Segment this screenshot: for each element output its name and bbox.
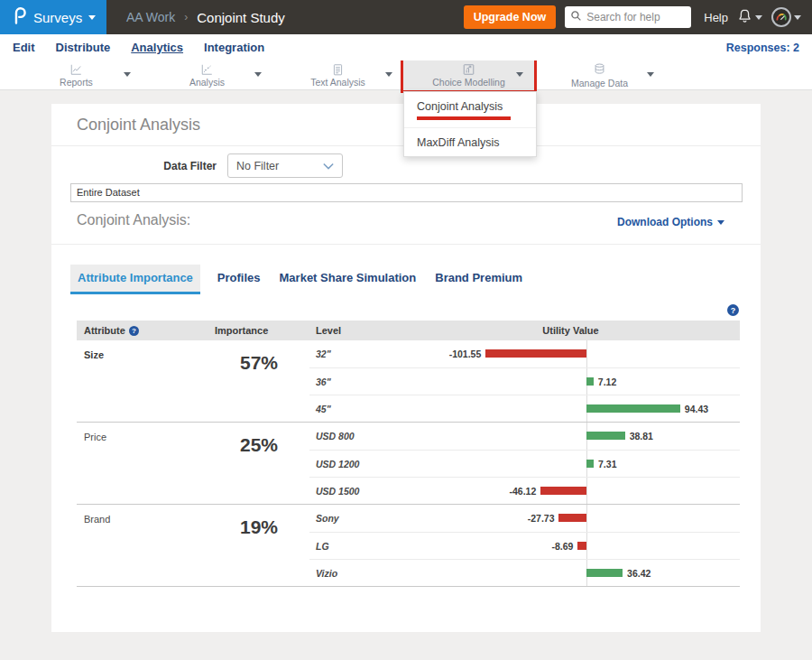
utility-value-label: 7.31 (598, 459, 616, 469)
download-options-button[interactable]: Download Options (617, 216, 724, 228)
chevron-down-icon (794, 15, 801, 20)
level-label: USD 1500 (316, 486, 359, 497)
notifications-button[interactable] (737, 8, 762, 27)
utility-value-label: -101.55 (449, 349, 482, 359)
choice-modelling-dropdown: Conjoint Analysis MaxDiff Analysis (403, 91, 537, 157)
zero-axis-line (586, 505, 587, 532)
attribute-section-row: Price25%USD 80038.81USD 12007.31USD 1500… (77, 423, 740, 505)
help-link[interactable]: Help (704, 11, 728, 24)
level-label: Vizio (316, 568, 337, 579)
choice-chart-icon (462, 63, 475, 76)
level-row: USD 1500-46.12 (309, 477, 740, 504)
data-filter-select[interactable]: No Filter (227, 153, 343, 178)
utility-value-label: -46.12 (509, 486, 536, 497)
attribute-name: Size (77, 340, 208, 422)
attribute-section-row: Brand19%Sony-27.73LG-8.69Vizio36.42 (77, 505, 740, 587)
chevron-down-icon[interactable] (254, 72, 262, 77)
chevron-down-icon[interactable] (647, 72, 654, 77)
level-label: USD 1200 (316, 459, 359, 469)
breadcrumb-survey-title: Conjoint Study (197, 10, 285, 25)
menu-item-maxdiff-analysis[interactable]: MaxDiff Analysis (404, 127, 536, 156)
help-icon[interactable]: ? (129, 326, 139, 336)
product-menu-label: Surveys (33, 10, 82, 25)
nav-integration[interactable]: Integration (204, 41, 264, 54)
utility-bar (586, 569, 623, 577)
toolbar-manage-data[interactable]: Manage Data (534, 60, 665, 90)
breadcrumb-folder[interactable]: AA Work (126, 10, 175, 24)
search-input[interactable] (586, 11, 686, 23)
toolbar-reports[interactable]: Reports (11, 60, 142, 90)
toolbar-analysis[interactable]: Analysis (142, 60, 272, 90)
level-label: 45" (316, 404, 331, 414)
search-icon (570, 9, 582, 25)
level-label: USD 800 (316, 431, 355, 442)
chevron-down-icon (755, 15, 762, 20)
level-label: 32" (316, 349, 331, 359)
chevron-down-icon[interactable] (385, 72, 392, 77)
line-chart-icon (69, 63, 83, 76)
questionpro-logo-icon (12, 6, 27, 28)
divider (51, 244, 761, 245)
top-header-bar: Surveys AA Work › Conjoint Study Upgrade… (0, 0, 812, 34)
breadcrumb: AA Work › Conjoint Study (126, 10, 285, 25)
result-tabs: Attribute Importance Profiles Market Sha… (70, 265, 524, 294)
nav-distribute[interactable]: Distribute (56, 41, 111, 54)
utility-bar (577, 542, 586, 550)
table-header-row: Attribute ? Importance Level Utility Val… (77, 321, 740, 340)
database-icon (593, 62, 606, 77)
upgrade-now-button[interactable]: Upgrade Now (464, 5, 557, 29)
level-column-header: Level (309, 325, 401, 336)
conjoint-analysis-card: Conjoint Analysis Data Filter No Filter … (51, 104, 761, 632)
utility-value-label: 7.12 (598, 376, 616, 387)
utility-value-label: 36.42 (627, 568, 651, 579)
responses-count[interactable]: Responses: 2 (726, 42, 799, 54)
utility-column-header: Utility Value (401, 325, 740, 336)
analytics-toolbar: Reports Analysis Text Analysis Choice Mo… (0, 60, 812, 90)
toolbar-text-analysis[interactable]: Text Analysis (272, 60, 403, 90)
importance-column-header: Importance (208, 325, 309, 336)
tab-market-share-simulation[interactable]: Market Share Simulation (278, 265, 419, 294)
level-row: USD 12007.31 (309, 450, 740, 477)
chevron-down-icon[interactable] (124, 72, 131, 77)
help-search-box[interactable] (565, 6, 691, 28)
zero-axis-line (586, 478, 587, 504)
help-icon[interactable]: ? (727, 304, 739, 316)
nav-analytics[interactable]: Analytics (131, 41, 183, 54)
utility-bar (586, 432, 625, 440)
utility-value-label: -27.73 (528, 513, 555, 524)
tab-profiles[interactable]: Profiles (216, 265, 263, 294)
utility-table: Attribute ? Importance Level Utility Val… (77, 321, 740, 587)
account-menu[interactable] (771, 7, 801, 27)
level-row: Sony-27.73 (309, 505, 740, 532)
chevron-down-icon (88, 15, 96, 20)
breadcrumb-separator-icon: › (184, 11, 188, 23)
level-row: LG-8.69 (309, 532, 740, 559)
product-switcher[interactable]: Surveys (0, 0, 106, 34)
level-row: 36"7.12 (309, 367, 740, 395)
chevron-down-icon (323, 163, 334, 170)
importance-value: 57% (208, 340, 309, 422)
avatar (771, 7, 791, 27)
chevron-down-icon[interactable] (516, 72, 523, 77)
level-label: 36" (316, 376, 331, 387)
menu-item-conjoint-analysis[interactable]: Conjoint Analysis (404, 92, 536, 127)
level-label: LG (316, 541, 329, 552)
dataset-field[interactable]: Entire Dataset (70, 183, 743, 202)
attribute-column-header: Attribute (84, 325, 125, 336)
conjoint-table-body: Size57%32"-101.5536"7.1245"94.43Price25%… (77, 340, 740, 587)
utility-value-label: 94.43 (685, 404, 708, 414)
toolbar-choice-modelling[interactable]: Choice Modelling (403, 60, 534, 90)
document-icon (331, 63, 345, 76)
utility-bar (540, 487, 586, 495)
nav-edit[interactable]: Edit (13, 41, 35, 54)
level-row: 32"-101.55 (309, 340, 740, 367)
utility-bar (485, 349, 586, 358)
data-filter-label: Data Filter (144, 160, 217, 172)
zero-axis-line (586, 340, 587, 367)
tab-brand-premium[interactable]: Brand Premium (433, 265, 524, 294)
level-label: Sony (316, 513, 339, 524)
tab-attribute-importance[interactable]: Attribute Importance (70, 265, 200, 294)
annotation-underline (417, 116, 511, 120)
bell-icon (737, 8, 752, 27)
chevron-down-icon (717, 220, 724, 225)
